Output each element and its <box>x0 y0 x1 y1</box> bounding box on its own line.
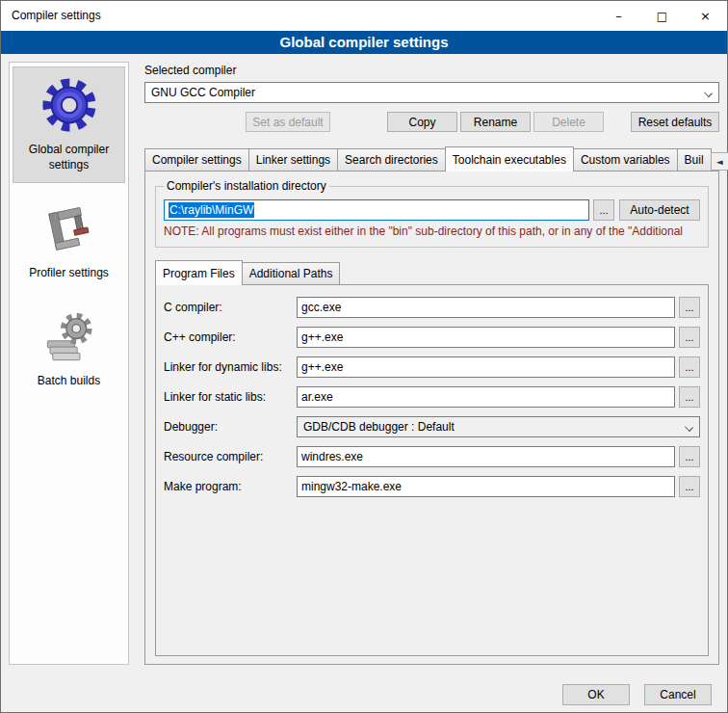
make-program-value: mingw32-make.exe <box>301 480 402 493</box>
compiler-settings-dialog: Compiler settings – □ × Global compiler … <box>0 0 728 713</box>
resource-compiler-row: Resource compiler: windres.exe ... <box>164 446 700 467</box>
cpp-compiler-browse-button[interactable]: ... <box>679 327 700 348</box>
tab-toolchain-executables[interactable]: Toolchain executables <box>445 146 574 172</box>
close-button[interactable]: × <box>684 1 727 31</box>
gray-gear-stack-icon <box>41 310 97 366</box>
sidebar-item-label: Profiler settings <box>29 266 109 281</box>
selected-compiler-label: Selected compiler <box>144 64 719 77</box>
settings-tabstrip: Compiler settings Linker settings Search… <box>144 146 719 171</box>
linker-static-value: ar.exe <box>301 390 333 404</box>
linker-static-row: Linker for static libs: ar.exe ... <box>164 386 700 408</box>
copy-button[interactable]: Copy <box>387 112 457 132</box>
c-compiler-browse-button[interactable]: ... <box>679 297 700 318</box>
compiler-actions: Set as default Copy Rename Delete Reset … <box>144 112 719 132</box>
set-as-default-button[interactable]: Set as default <box>246 112 330 132</box>
c-compiler-row: C compiler: gcc.exe ... <box>164 297 700 318</box>
installation-note: NOTE: All programs must exist either in … <box>164 224 700 238</box>
delete-button[interactable]: Delete <box>533 112 604 132</box>
installation-directory-row: C:\raylib\MinGW ... Auto-detect <box>164 199 700 221</box>
installation-directory-group-title: Compiler's installation directory <box>164 179 329 193</box>
c-compiler-label: C compiler: <box>164 301 297 314</box>
toolchain-executables-panel: Compiler's installation directory C:\ray… <box>144 171 719 665</box>
debugger-select[interactable]: GDB/CDB debugger : Default <box>297 416 700 437</box>
make-program-input[interactable]: mingw32-make.exe <box>297 476 675 497</box>
resource-compiler-label: Resource compiler: <box>164 450 297 463</box>
subtab-program-files[interactable]: Program Files <box>155 260 243 285</box>
chevron-down-icon <box>685 423 693 432</box>
dialog-body: Global compiler settings Profiler settin… <box>1 54 727 671</box>
minimize-icon: – <box>615 9 622 23</box>
installation-directory-value: C:\raylib\MinGW <box>169 202 254 218</box>
program-files-panel: C compiler: gcc.exe ... C++ compiler: g+… <box>155 284 709 656</box>
cpp-compiler-label: C++ compiler: <box>164 330 297 344</box>
c-compiler-value: gcc.exe <box>301 301 341 314</box>
auto-detect-button[interactable]: Auto-detect <box>619 199 700 221</box>
subtab-additional-paths[interactable]: Additional Paths <box>242 262 341 284</box>
linker-static-browse-button[interactable]: ... <box>679 386 700 408</box>
sidebar-item-label: Global compiler settings <box>15 143 122 172</box>
settings-category-list: Global compiler settings Profiler settin… <box>9 62 129 665</box>
tab-compiler-settings[interactable]: Compiler settings <box>144 148 249 171</box>
debugger-row: Debugger: GDB/CDB debugger : Default <box>164 416 700 437</box>
rename-button[interactable]: Rename <box>460 112 531 132</box>
window-title: Compiler settings <box>1 1 597 31</box>
linker-dynamic-value: g++.exe <box>301 360 343 374</box>
linker-dynamic-input[interactable]: g++.exe <box>297 356 675 378</box>
chevron-down-icon <box>704 89 713 97</box>
linker-dynamic-row: Linker for dynamic libs: g++.exe ... <box>164 356 700 378</box>
minimize-button[interactable]: – <box>597 1 640 31</box>
resource-compiler-value: windres.exe <box>301 450 363 463</box>
linker-dynamic-label: Linker for dynamic libs: <box>164 360 297 374</box>
tab-scroll-arrows: ◄ ► <box>711 152 728 171</box>
titlebar: Compiler settings – □ × <box>1 1 727 31</box>
cpp-compiler-input[interactable]: g++.exe <box>297 327 675 348</box>
tab-scroll-left-icon[interactable]: ◄ <box>711 152 728 171</box>
debugger-label: Debugger: <box>164 420 297 434</box>
make-program-label: Make program: <box>164 480 297 493</box>
reset-defaults-button[interactable]: Reset defaults <box>631 112 719 132</box>
installation-directory-browse-button[interactable]: ... <box>593 199 614 221</box>
resource-compiler-browse-button[interactable]: ... <box>679 446 700 467</box>
linker-static-input[interactable]: ar.exe <box>297 386 675 408</box>
profiler-clamp-icon <box>41 202 97 258</box>
toolchain-subtabs: Program Files Additional Paths <box>155 260 709 284</box>
cancel-button[interactable]: Cancel <box>644 684 712 705</box>
blue-gear-icon <box>39 75 99 135</box>
installation-directory-input[interactable]: C:\raylib\MinGW <box>164 199 589 221</box>
compiler-select[interactable]: GNU GCC Compiler <box>144 82 719 103</box>
tab-search-directories[interactable]: Search directories <box>337 148 446 171</box>
main-panel: Selected compiler GNU GCC Compiler Set a… <box>144 62 719 665</box>
sidebar-item-profiler-settings[interactable]: Profiler settings <box>13 195 125 291</box>
ok-button[interactable]: OK <box>562 684 630 705</box>
dialog-footer: OK Cancel <box>1 671 727 712</box>
tab-custom-variables[interactable]: Custom variables <box>573 148 678 171</box>
linker-static-label: Linker for static libs: <box>164 390 297 404</box>
sidebar-item-batch-builds[interactable]: Batch builds <box>13 303 125 399</box>
linker-dynamic-browse-button[interactable]: ... <box>679 356 700 378</box>
maximize-button[interactable]: □ <box>640 1 684 31</box>
close-icon: × <box>700 9 711 23</box>
cpp-compiler-row: C++ compiler: g++.exe ... <box>164 327 700 348</box>
make-program-row: Make program: mingw32-make.exe ... <box>164 476 700 497</box>
c-compiler-input[interactable]: gcc.exe <box>297 297 675 318</box>
sidebar-item-label: Batch builds <box>38 374 100 389</box>
installation-directory-group: Compiler's installation directory C:\ray… <box>155 179 709 248</box>
tab-linker-settings[interactable]: Linker settings <box>248 148 338 171</box>
make-program-browse-button[interactable]: ... <box>679 476 700 497</box>
compiler-select-value: GNU GCC Compiler <box>151 86 255 99</box>
resource-compiler-input[interactable]: windres.exe <box>297 446 675 467</box>
tab-build-options-truncated[interactable]: Buil <box>677 148 712 171</box>
maximize-icon: □ <box>657 10 667 23</box>
debugger-value: GDB/CDB debugger : Default <box>303 420 455 434</box>
sidebar-item-global-compiler-settings[interactable]: Global compiler settings <box>13 66 125 183</box>
cpp-compiler-value: g++.exe <box>301 330 343 344</box>
dialog-header: Global compiler settings <box>1 31 727 54</box>
